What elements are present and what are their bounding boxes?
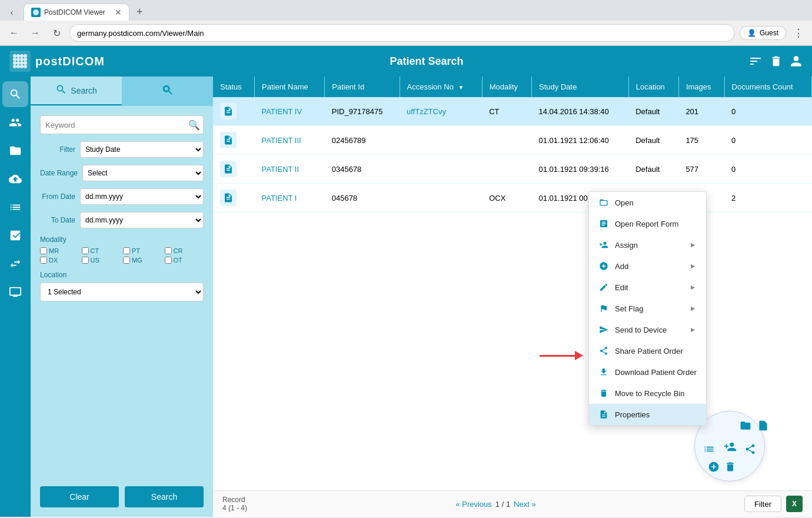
status-icon[interactable]	[220, 132, 237, 148]
col-modality[interactable]: Modality	[482, 77, 531, 97]
search-panel: Search 🔍 Filter Study Date	[31, 77, 213, 517]
modality-ot[interactable]: OT	[165, 257, 204, 264]
sidebar-search-btn[interactable]	[2, 81, 28, 107]
status-icon[interactable]	[220, 103, 237, 119]
sidebar-users-btn[interactable]	[2, 109, 28, 135]
modality-cr[interactable]: CR	[165, 247, 204, 254]
next-btn[interactable]: Next »	[514, 500, 536, 509]
profile-btn[interactable]: 👤 Guest	[740, 26, 786, 40]
col-status: Status	[213, 77, 255, 97]
search-tab-advanced[interactable]	[122, 77, 213, 105]
table-row[interactable]: PATIENT III 02456789 01.01.1921 12:06:40…	[213, 126, 812, 155]
context-menu-recycle[interactable]: Move to Recycle Bin	[589, 383, 706, 404]
context-menu-open[interactable]: Open	[589, 192, 706, 213]
keyword-search-icon[interactable]: 🔍	[188, 119, 200, 131]
circ-add-btn[interactable]	[704, 457, 723, 476]
context-menu-assign[interactable]: Assign ►	[589, 234, 706, 255]
table-footer: Record 4 (1 - 4) « Previous 1 / 1 Next »…	[213, 490, 812, 517]
modality-dx[interactable]: DX	[40, 257, 79, 264]
modality-mr[interactable]: MR	[40, 247, 79, 254]
from-date-label: From Date	[40, 192, 75, 201]
cell-patient-id: PID_97178475	[325, 97, 400, 126]
clear-button[interactable]: Clear	[40, 486, 119, 507]
search-tab-keyword[interactable]: Search	[31, 77, 122, 105]
sidebar-folder-btn[interactable]	[2, 138, 28, 164]
app-logo: postDICOM	[9, 51, 105, 72]
table-row[interactable]: PATIENT IV PID_97178475 uffTzZTCvy CT 14…	[213, 97, 812, 126]
refresh-btn[interactable]: ↻	[48, 25, 65, 41]
table-body: PATIENT IV PID_97178475 uffTzZTCvy CT 14…	[213, 97, 812, 212]
location-select[interactable]: 1 Selected	[40, 283, 204, 301]
more-options-btn[interactable]: ⋮	[791, 24, 806, 42]
sidebar-monitor-btn[interactable]	[2, 279, 28, 305]
browser-tab[interactable]: PostDICOM Viewer ✕	[24, 4, 129, 21]
context-menu-download[interactable]: Download Patient Order	[589, 361, 706, 383]
cell-study-date: 01.01.1921 12:06:40	[532, 126, 629, 155]
modality-us[interactable]: US	[82, 257, 121, 264]
url-input[interactable]	[69, 24, 735, 42]
circ-folder-btn[interactable]	[736, 416, 755, 435]
tab-close-btn[interactable]: ✕	[115, 8, 122, 17]
status-icon[interactable]	[220, 161, 237, 177]
status-icon[interactable]	[220, 190, 237, 206]
col-accession-no[interactable]: Accession No ▼	[400, 77, 482, 97]
new-tab-btn[interactable]: +	[132, 4, 148, 21]
circ-doc-btn[interactable]	[754, 416, 773, 435]
back-btn[interactable]: ←	[6, 25, 22, 41]
context-menu-send-device[interactable]: Send to Device ►	[589, 319, 706, 340]
keyword-input[interactable]	[40, 115, 204, 134]
circ-add-user-btn[interactable]	[721, 437, 740, 456]
search-button[interactable]: Search	[125, 486, 204, 507]
modality-pt[interactable]: PT	[123, 247, 162, 254]
context-assign-label: Assign	[615, 241, 638, 250]
circ-list-btn[interactable]	[700, 440, 718, 459]
prev-btn[interactable]: « Previous	[455, 500, 491, 509]
col-patient-name[interactable]: Patient Name	[255, 77, 325, 97]
open-report-icon	[598, 218, 609, 229]
cell-status	[213, 155, 255, 184]
address-bar: ← → ↻ 👤 Guest ⋮	[0, 21, 812, 45]
sort-icon-btn[interactable]	[748, 54, 763, 68]
filter-select[interactable]: Study Date	[80, 141, 204, 158]
sidebar-transfer-btn[interactable]	[2, 251, 28, 277]
sidebar-analytics-btn[interactable]	[2, 223, 28, 248]
col-documents[interactable]: Documents Count	[724, 77, 811, 97]
sidebar-upload-btn[interactable]	[2, 166, 28, 192]
excel-btn[interactable]: X	[786, 496, 803, 512]
left-sidebar	[0, 77, 31, 517]
modality-mg[interactable]: MG	[123, 257, 162, 264]
col-location[interactable]: Location	[628, 77, 678, 97]
circ-trash-btn[interactable]	[721, 457, 740, 476]
table-row[interactable]: PATIENT II 0345678 01.01.1921 09:39:16 D…	[213, 155, 812, 184]
context-menu-add[interactable]: Add ►	[589, 255, 706, 277]
modality-ct[interactable]: CT	[82, 247, 121, 254]
sidebar-list-btn[interactable]	[2, 194, 28, 220]
col-study-date[interactable]: Study Date	[532, 77, 629, 97]
to-date-select[interactable]: dd.mm.yyyy	[80, 212, 204, 228]
trash-icon-btn[interactable]	[770, 55, 783, 68]
context-menu-share[interactable]: Share Patient Order	[589, 340, 706, 361]
filter-btn[interactable]: Filter	[744, 496, 781, 512]
date-range-select[interactable]: Select	[82, 165, 204, 181]
user-icon-btn[interactable]	[790, 55, 803, 68]
table-row[interactable]: PATIENT I 045678 OCX 01.01.1921 00:00:00…	[213, 184, 812, 212]
cell-patient-name: PATIENT II	[255, 155, 325, 184]
col-images[interactable]: Images	[678, 77, 724, 97]
add-icon	[598, 261, 609, 271]
svg-point-2	[13, 54, 16, 58]
circ-share-btn[interactable]	[741, 440, 760, 459]
context-menu-set-flag[interactable]: Set Flag ►	[589, 298, 706, 319]
context-menu-edit[interactable]: Edit ►	[589, 277, 706, 298]
assign-icon	[598, 240, 609, 250]
cell-documents: 0	[724, 97, 811, 126]
collapse-btn[interactable]: ‹	[5, 5, 19, 19]
from-date-select[interactable]: dd.mm.yyyy	[80, 188, 204, 205]
context-menu-properties[interactable]: Properties	[589, 404, 706, 425]
cell-images: 201	[678, 97, 724, 126]
context-menu-open-report[interactable]: Open Report Form	[589, 213, 706, 234]
arrow-line	[540, 355, 575, 357]
profile-icon: 👤	[747, 29, 756, 37]
forward-btn[interactable]: →	[27, 25, 44, 41]
col-patient-id[interactable]: Patient Id	[325, 77, 400, 97]
svg-point-17	[24, 65, 27, 68]
